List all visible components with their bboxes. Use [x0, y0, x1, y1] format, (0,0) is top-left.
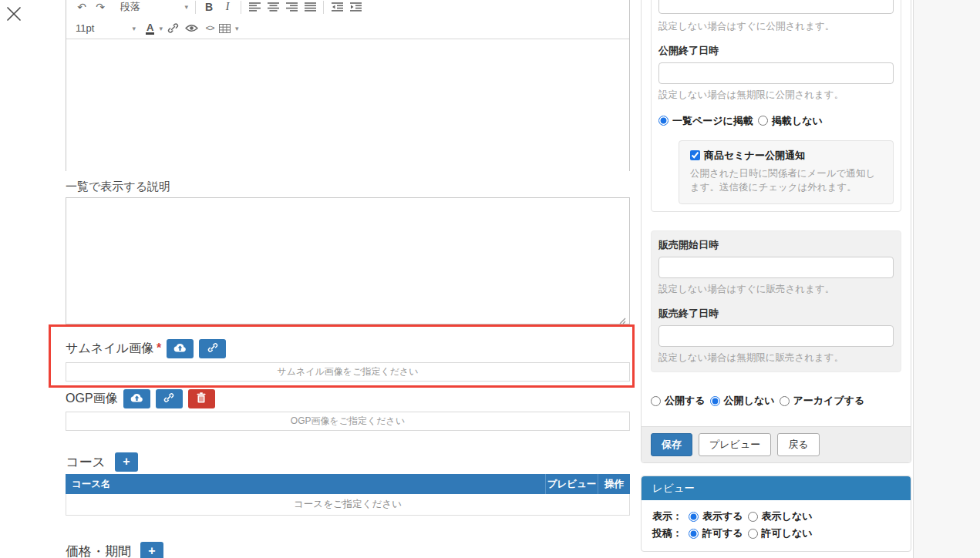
indent-icon[interactable]: [346, 0, 365, 15]
editor-toolbar-row2: 11pt ▾ A ▾ <> ▾: [66, 18, 629, 39]
chevron-down-icon: ▾: [159, 25, 163, 32]
cloud-upload-icon: [130, 392, 143, 405]
radio-input[interactable]: [651, 396, 661, 406]
thumbnail-placeholder-box[interactable]: サムネイル画像をご指定ください: [66, 362, 630, 382]
text-color-letter: A: [146, 22, 154, 35]
preview-button[interactable]: プレビュー: [699, 433, 771, 456]
close-button[interactable]: [3, 5, 25, 26]
radio-label: 表示する: [702, 509, 743, 523]
sales-period-panel: 販売開始日時 設定しない場合はすぐに販売されます。 販売終了日時 設定しない場合…: [651, 230, 901, 372]
add-price-button[interactable]: +: [140, 542, 163, 558]
rich-text-editor: ↶ ↷ 段落 ▾ B I: [66, 0, 630, 171]
back-button[interactable]: 戻る: [777, 433, 819, 456]
source-code-icon[interactable]: <>: [200, 20, 219, 37]
radio-label: 公開しない: [724, 394, 775, 408]
review-display-row: 表示： 表示する 表示しない: [652, 508, 900, 525]
radio-listing-on[interactable]: 一覧ページに掲載: [658, 114, 753, 128]
sales-start-input[interactable]: [658, 257, 894, 278]
sales-start-label: 販売開始日時: [658, 238, 894, 252]
chevron-down-icon: ▾: [184, 3, 188, 11]
main-form-column: ↶ ↷ 段落 ▾ B I: [66, 0, 630, 558]
radio-listing-off[interactable]: 掲載しない: [758, 114, 823, 128]
insert-link-icon[interactable]: [163, 20, 182, 37]
italic-button[interactable]: I: [218, 0, 237, 15]
ogp-link-button[interactable]: [156, 389, 183, 408]
radio-review-show[interactable]: 表示する: [689, 509, 743, 523]
list-description-label: 一覧で表示する説明: [66, 180, 170, 194]
align-justify-icon[interactable]: [301, 0, 319, 15]
radio-review-hide[interactable]: 表示しない: [748, 509, 813, 523]
radio-post-allow[interactable]: 許可する: [689, 526, 743, 540]
chevron-down-icon: ▾: [235, 25, 239, 32]
toolbar-divider: [241, 1, 241, 14]
radio-input[interactable]: [689, 512, 699, 522]
cloud-upload-icon: [173, 342, 187, 355]
radio-input[interactable]: [748, 529, 758, 539]
undo-icon[interactable]: ↶: [72, 0, 91, 15]
text-color-button[interactable]: A ▾: [145, 20, 163, 37]
radio-input[interactable]: [758, 116, 768, 126]
notify-checkbox-label[interactable]: 商品セミナー公開通知: [690, 149, 805, 163]
course-table: コース名 プレビュー 操作 コースをご指定ください: [66, 474, 630, 516]
sales-end-input[interactable]: [658, 325, 894, 347]
radio-label: 一覧ページに掲載: [672, 114, 753, 128]
redo-icon[interactable]: ↷: [91, 0, 109, 15]
bold-button[interactable]: B: [200, 0, 218, 15]
ogp-section-header: OGP画像: [66, 388, 215, 408]
editor-content-area[interactable]: [66, 39, 629, 172]
course-preview-column-header: プレビュー: [545, 474, 598, 494]
ogp-upload-button[interactable]: [123, 389, 150, 408]
radio-input[interactable]: [780, 396, 790, 406]
radio-status-private[interactable]: 公開しない: [710, 394, 775, 408]
font-size-value: 11pt: [76, 22, 94, 34]
save-button[interactable]: 保存: [651, 433, 692, 456]
required-mark: *: [157, 341, 161, 355]
trash-icon: [197, 392, 206, 405]
radio-input[interactable]: [689, 529, 699, 539]
preview-eye-icon[interactable]: [182, 20, 200, 37]
radio-label: 許可する: [702, 526, 743, 540]
ogp-label: OGP画像: [66, 391, 118, 407]
radio-post-deny[interactable]: 許可しない: [748, 526, 813, 540]
list-description-textarea[interactable]: [66, 197, 630, 324]
settings-sidebar: 設定しない場合はすぐに公開されます。 公開終了日時 設定しない場合は無期限に公開…: [641, 0, 911, 558]
radio-input[interactable]: [658, 116, 668, 126]
review-post-row: 投稿： 許可する 許可しない: [652, 525, 900, 542]
close-icon: [5, 5, 22, 25]
thumbnail-upload-button[interactable]: [167, 339, 194, 358]
publish-notify-box: 商品セミナー公開通知 公開された日時に関係者にメールで通知します。送信後にチェッ…: [679, 140, 894, 205]
ogp-delete-button[interactable]: [188, 389, 215, 408]
radio-input[interactable]: [748, 512, 758, 522]
radio-status-archive[interactable]: アーカイブする: [780, 394, 865, 408]
editor-toolbar-row1: ↶ ↷ 段落 ▾ B I: [66, 0, 629, 18]
resize-grip-icon[interactable]: [618, 314, 626, 328]
notify-checkbox[interactable]: [690, 150, 700, 160]
publish-start-help: 設定しない場合はすぐに公開されます。: [658, 20, 894, 33]
paragraph-style-select[interactable]: 段落 ▾: [117, 0, 191, 15]
ogp-placeholder-box[interactable]: OGP画像をご指定ください: [66, 412, 630, 431]
table-icon[interactable]: ▾: [219, 20, 239, 37]
radio-status-public[interactable]: 公開する: [651, 394, 706, 408]
publish-end-input[interactable]: [658, 62, 894, 84]
font-size-select[interactable]: 11pt ▾: [72, 20, 139, 37]
publish-period-panel: 設定しない場合はすぐに公開されます。 公開終了日時 設定しない場合は無期限に公開…: [651, 0, 901, 212]
checkbox-label: 商品セミナー公開通知: [704, 149, 805, 163]
add-course-button[interactable]: +: [115, 452, 138, 472]
align-center-icon[interactable]: [264, 0, 282, 15]
align-right-icon[interactable]: [282, 0, 301, 15]
paragraph-style-value: 段落: [120, 0, 140, 14]
course-section-header: コース +: [66, 450, 138, 473]
review-display-label: 表示：: [652, 509, 682, 523]
thumbnail-link-button[interactable]: [199, 339, 226, 358]
thumbnail-section-header: サムネイル画像 *: [66, 338, 226, 358]
publish-start-input[interactable]: [658, 0, 894, 14]
align-left-icon[interactable]: [245, 0, 264, 15]
review-card-title: レビュー: [642, 476, 911, 500]
course-name-column-header: コース名: [66, 474, 545, 494]
review-settings-card: レビュー 表示： 表示する 表示しない 投稿：: [641, 476, 911, 552]
radio-input[interactable]: [710, 396, 720, 406]
radio-label: 公開する: [665, 394, 706, 408]
page-background-strip: [913, 0, 980, 558]
publish-end-help: 設定しない場合は無期限に公開されます。: [658, 89, 894, 102]
outdent-icon[interactable]: [328, 0, 346, 15]
